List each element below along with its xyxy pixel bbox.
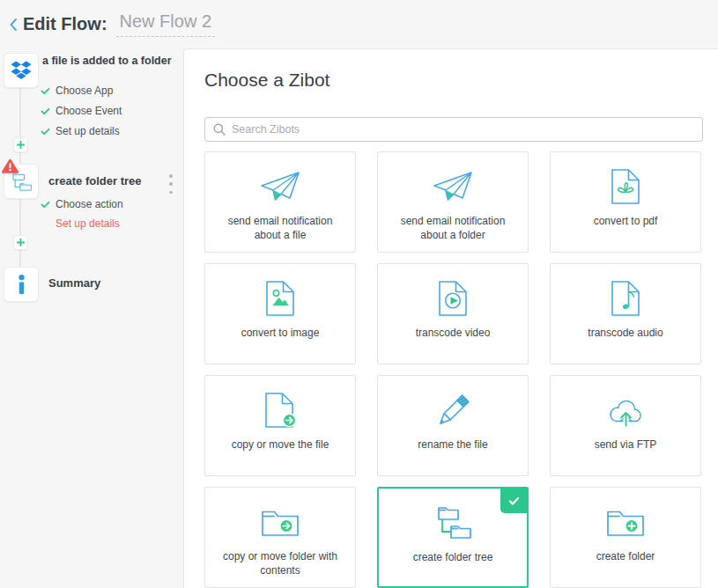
step-substep-choose-app[interactable]: Choose App bbox=[41, 85, 113, 97]
zibot-card-label: create folder tree bbox=[404, 550, 502, 564]
plus-icon bbox=[17, 141, 25, 149]
cloud-upload-icon bbox=[605, 386, 646, 434]
search-input[interactable] bbox=[232, 123, 702, 136]
substep-label: Set up details bbox=[56, 125, 120, 137]
check-icon bbox=[41, 107, 50, 115]
substep-label: Choose action bbox=[56, 198, 123, 210]
check-icon bbox=[508, 496, 520, 506]
zibot-card[interactable]: send email notification about a file bbox=[204, 151, 356, 253]
substep-label: Choose App bbox=[56, 85, 113, 97]
file-pdf-icon bbox=[611, 163, 640, 210]
zibot-card[interactable]: rename the file bbox=[377, 375, 529, 476]
flow-steps-sidebar: a file is added to a folder Choose App C… bbox=[0, 48, 183, 588]
step-substep-setup-details-error[interactable]: Set up details bbox=[41, 217, 120, 230]
page-title: Edit Flow: bbox=[23, 14, 107, 34]
zibot-card[interactable]: convert to image bbox=[204, 263, 356, 364]
folder-move-icon bbox=[261, 498, 300, 546]
folder-tree-icon bbox=[433, 499, 473, 547]
zibot-card-label: copy or move folder with contents bbox=[205, 549, 355, 577]
zibot-card[interactable]: copy or move the file bbox=[204, 375, 356, 476]
zibot-card[interactable]: convert to pdf bbox=[550, 151, 701, 253]
step-substep-choose-event[interactable]: Choose Event bbox=[41, 105, 122, 117]
file-audio-icon bbox=[611, 275, 640, 322]
header: Edit Flow: New Flow 2 bbox=[0, 0, 718, 48]
step-menu-button[interactable] bbox=[166, 173, 176, 195]
step-trigger-icon-box[interactable] bbox=[4, 53, 39, 88]
substep-label-error: Set up details bbox=[56, 217, 120, 230]
flow-name-field[interactable]: New Flow 2 bbox=[116, 11, 215, 37]
back-button[interactable] bbox=[9, 18, 18, 32]
zibot-card-label: transcode video bbox=[407, 326, 500, 340]
check-icon bbox=[41, 87, 50, 95]
zibot-card-selected[interactable]: create folder tree bbox=[377, 487, 529, 588]
selected-check-badge bbox=[500, 489, 527, 513]
zibot-grid: send email notification about a file sen… bbox=[204, 151, 701, 588]
file-video-icon bbox=[438, 275, 468, 322]
zibot-card-label: create folder bbox=[588, 549, 664, 563]
step-title-trigger[interactable]: a file is added to a folder bbox=[42, 55, 173, 68]
step-title-summary[interactable]: Summary bbox=[48, 276, 100, 290]
zibot-chooser-panel: Choose a Zibot send email notification a… bbox=[183, 48, 718, 588]
zibot-card-label: convert to image bbox=[233, 326, 329, 340]
zibot-card-label: convert to pdf bbox=[585, 214, 667, 228]
check-icon bbox=[41, 128, 50, 136]
folder-plus-icon bbox=[606, 498, 645, 546]
search-box bbox=[204, 117, 703, 142]
zibot-card-label: rename the file bbox=[409, 437, 496, 452]
paper-plane-icon bbox=[260, 163, 300, 210]
chevron-left-icon bbox=[9, 18, 18, 32]
step-substep-choose-action[interactable]: Choose action bbox=[41, 198, 123, 210]
info-icon bbox=[18, 275, 26, 294]
zibot-card[interactable]: transcode video bbox=[377, 263, 529, 364]
search-icon bbox=[213, 123, 226, 136]
zibot-card[interactable]: send email notification about a folder bbox=[377, 151, 529, 253]
zibot-card-label: send via FTP bbox=[586, 437, 666, 452]
file-move-icon bbox=[264, 386, 297, 434]
zibot-card-label: copy or move the file bbox=[223, 437, 338, 452]
pencil-icon bbox=[433, 386, 472, 434]
zibot-card[interactable]: transcode audio bbox=[550, 263, 701, 364]
zibot-card-label: transcode audio bbox=[579, 326, 671, 340]
check-icon bbox=[41, 201, 50, 209]
zibot-card-label: send email notification about a folder bbox=[378, 214, 528, 242]
warning-icon bbox=[2, 158, 19, 177]
zibot-card[interactable]: send via FTP bbox=[550, 375, 701, 476]
substep-label: Choose Event bbox=[56, 105, 122, 117]
dropbox-icon bbox=[11, 61, 32, 80]
zibot-card-label: send email notification about a file bbox=[205, 214, 355, 242]
step-summary-icon-box[interactable] bbox=[4, 267, 39, 302]
zibot-card[interactable]: copy or move folder with contents bbox=[204, 487, 356, 588]
zibot-card[interactable]: create folder bbox=[550, 487, 701, 588]
paper-plane-icon bbox=[433, 163, 473, 210]
panel-heading: Choose a Zibot bbox=[204, 70, 329, 91]
step-title-action[interactable]: create folder tree bbox=[48, 174, 142, 187]
add-step-button[interactable] bbox=[13, 137, 28, 152]
step-substep-setup-details[interactable]: Set up details bbox=[41, 125, 120, 137]
plus-icon bbox=[17, 239, 25, 246]
add-step-button[interactable] bbox=[13, 235, 28, 250]
file-image-icon bbox=[265, 275, 295, 322]
